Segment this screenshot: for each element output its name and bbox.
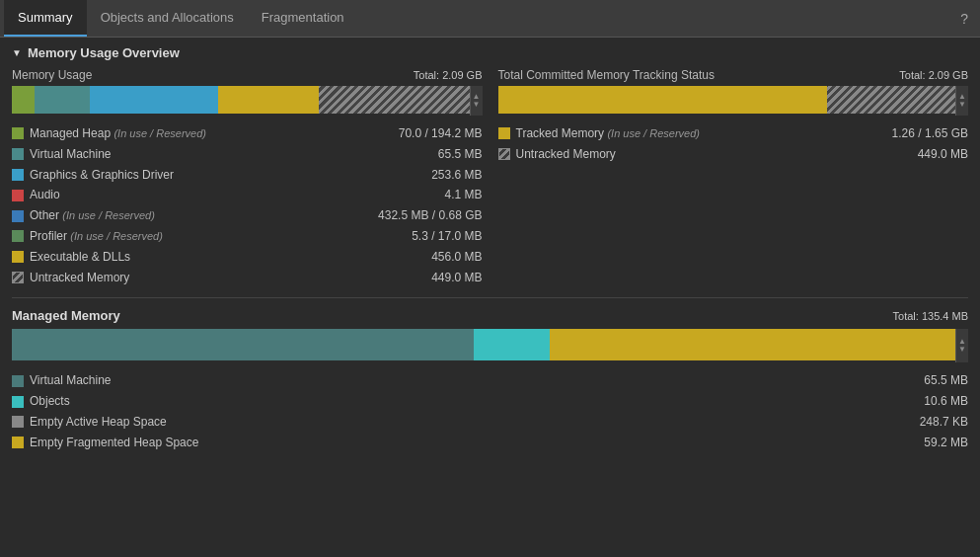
bar-managed-vm [12,329,474,360]
tab-summary[interactable]: Summary [4,0,87,37]
committed-bar-scroll[interactable]: ▲ ▼ [955,86,968,116]
value-profiler: 5.3 / 17.0 MB [412,228,482,245]
managed-memory-bar [12,329,955,360]
section-header-memory-overview: ▼ Memory Usage Overview [12,45,968,60]
label-managed-vm: Virtual Machine [30,372,112,389]
col-memory-usage: Memory Usage Total: 2.09 GB ▲ ▼ [12,68,483,287]
main-content: ▼ Memory Usage Overview Memory Usage Tot… [0,38,980,557]
legend-tracked: Tracked Memory (In use / Reserved) 1.26 … [498,123,969,144]
swatch-untracked-left [12,272,24,283]
tab-objects-allocations[interactable]: Objects and Allocations [87,0,248,37]
swatch-vm [12,148,24,160]
swatch-profiler [12,230,24,242]
tab-fragmentation[interactable]: Fragmentation [248,0,358,37]
bar-executable [218,86,319,114]
help-icon[interactable]: ? [952,7,976,31]
bar-vm [35,86,90,114]
swatch-managed-vm [12,375,24,387]
bar-untracked [319,86,470,114]
value-executable: 456.0 MB [431,249,482,266]
swatch-empty-fragmented [12,437,24,448]
label-empty-fragmented: Empty Fragmented Heap Space [30,435,198,451]
committed-legend: Tracked Memory (In use / Reserved) 1.26 … [498,123,969,165]
value-untracked-left: 449.0 MB [431,270,482,286]
scroll-down-right-icon[interactable]: ▼ [958,101,966,109]
memory-usage-legend: Managed Heap (In use / Reserved) 70.0 / … [12,123,483,287]
swatch-managed-heap [12,127,24,139]
divider [12,297,968,298]
value-empty-fragmented: 59.2 MB [924,435,968,451]
section-title-memory-overview: Memory Usage Overview [28,45,180,60]
legend-managed-objects: Objects 10.6 MB [12,391,968,412]
legend-managed-vm: Virtual Machine 65.5 MB [12,370,968,391]
swatch-graphics [12,169,24,181]
legend-other: Other (In use / Reserved) 432.5 MB / 0.6… [12,205,483,226]
legend-empty-active: Empty Active Heap Space 248.7 KB [12,412,968,433]
value-managed-vm: 65.5 MB [924,372,968,389]
scroll-down-managed-icon[interactable]: ▼ [958,346,966,354]
swatch-empty-active [12,416,24,428]
label-managed-heap: Managed Heap (In use / Reserved) [30,125,206,142]
label-profiler: Profiler (In use / Reserved) [30,228,163,245]
value-vm: 65.5 MB [438,146,483,163]
value-graphics: 253.6 MB [431,167,482,184]
bar-untracked-right [827,86,955,114]
scroll-down-icon[interactable]: ▼ [473,101,481,109]
memory-usage-bar [12,86,470,114]
managed-memory-header: Managed Memory Total: 135.4 MB [12,308,968,323]
value-other: 432.5 MB / 0.68 GB [378,207,482,224]
legend-untracked-left: Untracked Memory 449.0 MB [12,268,483,288]
value-managed-objects: 10.6 MB [924,393,968,410]
label-tracked: Tracked Memory (In use / Reserved) [516,125,700,142]
swatch-other [12,210,24,222]
col-committed-memory: Total Committed Memory Tracking Status T… [498,68,969,287]
subsection-memory-usage-header: Memory Usage Total: 2.09 GB [12,68,483,82]
bar-graphics [90,86,218,114]
legend-untracked-right: Untracked Memory 449.0 MB [498,144,969,165]
swatch-managed-objects [12,396,24,408]
legend-managed-heap: Managed Heap (In use / Reserved) 70.0 / … [12,123,483,144]
label-graphics: Graphics & Graphics Driver [30,167,174,184]
committed-title: Total Committed Memory Tracking Status [498,68,715,82]
managed-memory-title: Managed Memory [12,308,120,323]
value-untracked-right: 449.0 MB [918,146,968,163]
legend-executable: Executable & DLLs 456.0 MB [12,247,483,268]
bar-managed-heap [12,86,35,114]
value-empty-active: 248.7 KB [920,414,968,431]
value-tracked: 1.26 / 1.65 GB [892,125,968,142]
managed-memory-total: Total: 135.4 MB [893,310,968,322]
swatch-audio [12,190,24,201]
legend-profiler: Profiler (In use / Reserved) 5.3 / 17.0 … [12,226,483,247]
swatch-tracked [498,127,510,139]
legend-empty-fragmented: Empty Fragmented Heap Space 59.2 MB [12,433,968,453]
swatch-untracked-right [498,148,510,160]
legend-graphics: Graphics & Graphics Driver 253.6 MB [12,165,483,186]
memory-usage-title: Memory Usage [12,68,92,82]
memory-usage-total: Total: 2.09 GB [414,69,483,81]
two-column-layout: Memory Usage Total: 2.09 GB ▲ ▼ [12,68,968,287]
label-empty-active: Empty Active Heap Space [30,414,167,431]
label-audio: Audio [30,187,60,203]
label-untracked-left: Untracked Memory [30,270,129,286]
value-audio: 4.1 MB [444,187,482,203]
label-executable: Executable & DLLs [30,249,130,266]
committed-total: Total: 2.09 GB [899,69,968,81]
committed-bar [498,86,956,114]
bar-tracked [498,86,828,114]
value-managed-heap: 70.0 / 194.2 MB [399,125,483,142]
swatch-executable [12,251,24,263]
managed-bar-scroll[interactable]: ▲ ▼ [955,329,968,362]
section-arrow: ▼ [12,47,22,58]
label-other: Other (In use / Reserved) [30,207,155,224]
legend-audio: Audio 4.1 MB [12,185,483,205]
memory-bar-scroll[interactable]: ▲ ▼ [470,86,483,116]
bar-managed-fragmented [550,329,955,360]
bar-managed-objects [474,329,549,360]
label-managed-objects: Objects [30,393,70,410]
legend-vm: Virtual Machine 65.5 MB [12,144,483,165]
managed-memory-legend: Virtual Machine 65.5 MB Objects 10.6 MB … [12,370,968,452]
subsection-committed-header: Total Committed Memory Tracking Status T… [498,68,969,82]
label-vm: Virtual Machine [30,146,112,163]
label-untracked-right: Untracked Memory [516,146,616,163]
tab-bar: Summary Objects and Allocations Fragment… [0,0,980,38]
